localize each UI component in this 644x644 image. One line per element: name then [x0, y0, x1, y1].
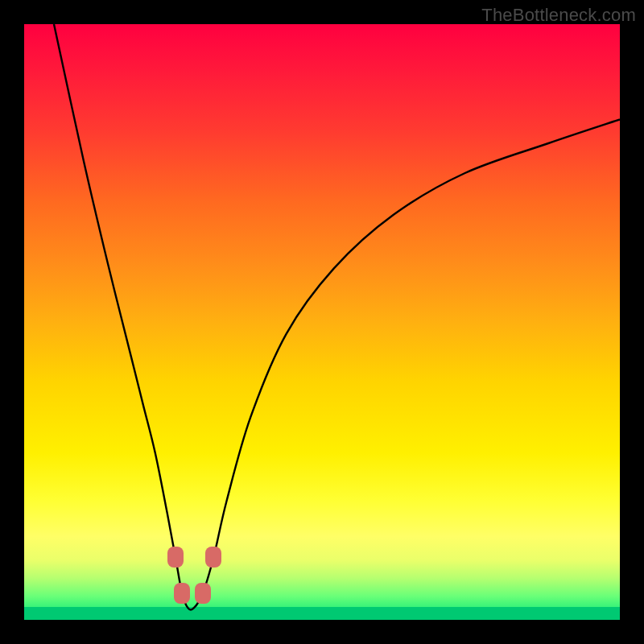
chart-plot-area: [24, 24, 620, 620]
curve-marker: [174, 583, 190, 604]
curve-marker: [195, 583, 211, 604]
curve-marker: [167, 547, 184, 568]
curve-marker: [205, 547, 221, 568]
curve-marker-group: [24, 24, 620, 620]
watermark-text: TheBottleneck.com: [481, 5, 636, 26]
